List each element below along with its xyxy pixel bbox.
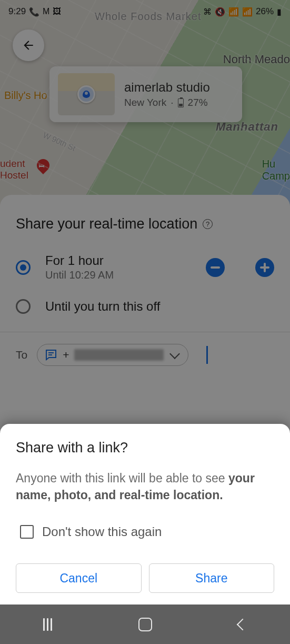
share-button[interactable]: Share bbox=[149, 563, 275, 593]
cancel-button[interactable]: Cancel bbox=[16, 563, 142, 593]
share-link-dialog: Share with a link? Anyone with this link… bbox=[0, 424, 290, 605]
nav-recents-button[interactable] bbox=[43, 618, 52, 631]
nav-home-button[interactable] bbox=[138, 618, 152, 631]
checkbox-unchecked-icon[interactable] bbox=[20, 525, 34, 539]
dialog-title: Share with a link? bbox=[16, 440, 274, 456]
dialog-body: Anyone with this link will be able to se… bbox=[16, 470, 274, 503]
nav-back-button[interactable] bbox=[237, 618, 249, 630]
android-nav-bar bbox=[0, 605, 290, 644]
dont-show-again-row[interactable]: Don't show this again bbox=[16, 524, 274, 539]
checkbox-label: Don't show this again bbox=[42, 524, 162, 539]
